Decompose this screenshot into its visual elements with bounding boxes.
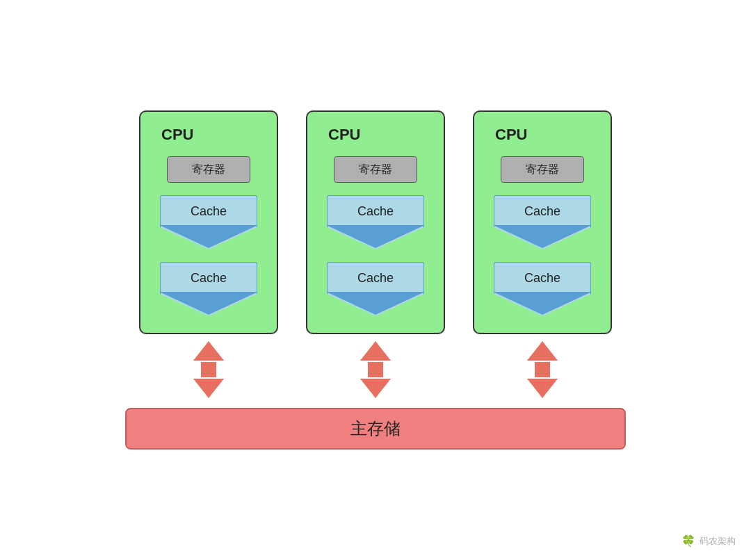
cache-arrow-1-1 [160,227,257,249]
cache-shape-1-1: Cache [160,195,257,249]
arrows-row [139,341,612,398]
arrow-down-3 [527,379,558,398]
cpu-box-1: CPU 寄存器 Cache Cache [139,110,278,334]
memory-bar: 主存储 [125,408,626,450]
cache-shape-2-2: Cache [327,262,424,316]
arrow-up-down-3 [527,341,558,398]
double-arrow-3 [473,341,612,398]
cache-shape-1-2: Cache [160,262,257,316]
cache-shape-3-1: Cache [494,195,591,249]
cache-arrow-2-1 [327,227,424,249]
arrow-up-2 [360,341,391,361]
cache-arrow-2-2 [327,294,424,316]
cpus-row: CPU 寄存器 Cache Cache CPU 寄存器 Cache Cache [139,110,612,334]
cache-shape-2-1: Cache [327,195,424,249]
arrow-stem-3 [535,362,550,377]
cache-arrow-3-1 [494,227,591,249]
arrow-up-3 [527,341,558,361]
arrow-up-down-1 [193,341,224,398]
cache-rect-2-1: Cache [327,195,424,227]
cpu-label-2: CPU [328,126,360,144]
cache-arrow-3-2 [494,294,591,316]
cache-rect-2-2: Cache [327,262,424,294]
register-box-2: 寄存器 [334,156,417,183]
double-arrow-2 [306,341,445,398]
arrow-up-down-2 [360,341,391,398]
cache-rect-1-1: Cache [160,195,257,227]
register-box-3: 寄存器 [501,156,584,183]
arrow-down-1 [193,379,224,398]
cache-rect-1-2: Cache [160,262,257,294]
arrow-up-1 [193,341,224,361]
cache-rect-3-1: Cache [494,195,591,227]
cache-shape-3-2: Cache [494,262,591,316]
cpu-box-3: CPU 寄存器 Cache Cache [473,110,612,334]
cpu-box-2: CPU 寄存器 Cache Cache [306,110,445,334]
cache-rect-3-2: Cache [494,262,591,294]
double-arrow-1 [139,341,278,398]
watermark: 🍀 码农架构 [681,534,736,547]
diagram-container: CPU 寄存器 Cache Cache CPU 寄存器 Cache Cache [76,110,675,450]
cache-arrow-1-2 [160,294,257,316]
arrow-stem-1 [201,362,216,377]
watermark-text: 码农架构 [700,535,736,547]
register-box-1: 寄存器 [167,156,250,183]
arrow-down-2 [360,379,391,398]
arrow-stem-2 [368,362,383,377]
cpu-label-1: CPU [161,126,193,144]
watermark-icon: 🍀 [681,534,695,547]
cpu-label-3: CPU [495,126,527,144]
